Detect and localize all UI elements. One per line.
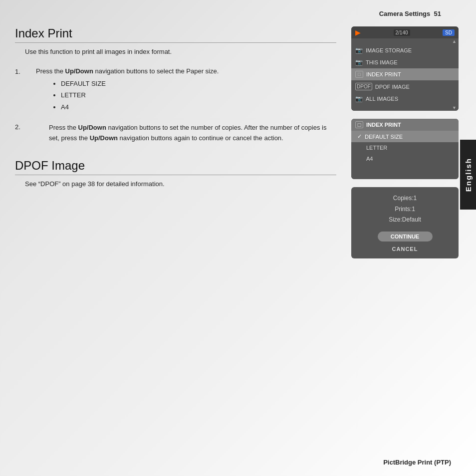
submenu-default-size[interactable]: ✓ DEFAULT SIZE (351, 131, 459, 142)
panel3-info: Copies:1 Prints:1 Size:Default (351, 187, 459, 230)
camera-panel-copies: Copies:1 Prints:1 Size:Default CONTINUE … (351, 187, 459, 258)
footer: PictBridge Print (PTP) (383, 459, 451, 466)
index-print-title: Index Print (15, 26, 336, 43)
index-print-desc: Use this function to print all images in… (25, 48, 336, 55)
storage-icon: 📷 (355, 47, 363, 54)
panel1-count: 2/140 (394, 29, 410, 36)
step1-number: 1. (15, 67, 27, 113)
step2-bold1: Up/Down (78, 124, 106, 131)
page: English Camera Settings 51 Index Print U… (0, 0, 476, 476)
menu-item-dpof[interactable]: DPOF DPOF IMAGE (351, 80, 459, 93)
submenu-label-letter: LETTER (357, 145, 387, 151)
panel2-header: □ INDEX PRINT (351, 119, 459, 131)
size-line: Size:Default (359, 215, 451, 226)
step1-options-list: DEFAULT SIZE LETTER A4 (61, 78, 336, 113)
submenu-letter[interactable]: LETTER (351, 142, 459, 153)
step1-text-before: Press the (36, 67, 65, 75)
main-content: Camera Settings 51 Index Print Use this … (0, 0, 476, 476)
camera-panel-index-print: □ INDEX PRINT ✓ DEFAULT SIZE LETTER A4 (351, 119, 459, 179)
right-column: ▶ 2/140 SD ▲ 📷 IMAGE STORAGE 📷 THIS IMAG… (351, 26, 461, 258)
footer-label: PictBridge Print (PTP) (383, 459, 451, 466)
list-item-default: DEFAULT SIZE (61, 78, 336, 89)
panel2-title: INDEX PRINT (366, 122, 401, 128)
menu-label-index-print: INDEX PRINT (366, 71, 401, 77)
menu-item-all-images[interactable]: 📷 ALL IMAGES (351, 93, 459, 105)
content-area: Index Print Use this function to print a… (15, 26, 461, 258)
step2-row: 2. Press the Up/Down navigation buttons … (15, 123, 336, 144)
step2-text3: navigation buttons again to continue or … (118, 134, 283, 142)
this-image-icon: 📷 (355, 59, 363, 66)
english-tab-label: English (464, 158, 473, 192)
step2-text1: Press the (49, 124, 78, 131)
header-title: Camera Settings (379, 10, 431, 17)
english-tab: English (460, 140, 476, 210)
list-item-a4: A4 (61, 101, 336, 113)
dpof-icon: DPOF (355, 83, 372, 90)
scroll-down-arrow: ▼ (351, 105, 459, 111)
menu-item-index-print[interactable]: □ INDEX PRINT (351, 68, 459, 80)
menu-item-this-image[interactable]: 📷 THIS IMAGE (351, 56, 459, 68)
submenu-a4[interactable]: A4 (351, 153, 459, 164)
submenu-label-a4: A4 (357, 156, 373, 162)
header-page: 51 (434, 10, 441, 17)
step1-bold: Up/Down (65, 67, 93, 75)
step2-number: 2. (15, 123, 27, 144)
step1-content: Press the Up/Down navigation buttons to … (31, 67, 336, 113)
index-print-section: Index Print Use this function to print a… (15, 26, 336, 144)
copies-line: Copies:1 (359, 193, 451, 204)
prints-line: Prints:1 (359, 204, 451, 215)
step1-row: 1. Press the Up/Down navigation buttons … (15, 67, 336, 113)
dpof-title: DPOF Image (15, 159, 336, 175)
page-header: Camera Settings 51 (15, 10, 461, 17)
scroll-up-arrow: ▲ (351, 38, 459, 44)
menu-item-image-storage[interactable]: 📷 IMAGE STORAGE (351, 44, 459, 56)
dpof-desc: See “DPOF” on page 38 for detailed infor… (25, 180, 336, 188)
step1-text: Press the Up/Down navigation buttons to … (36, 67, 336, 75)
camera-panel-menu: ▶ 2/140 SD ▲ 📷 IMAGE STORAGE 📷 THIS IMAG… (351, 26, 459, 111)
all-images-icon: 📷 (355, 95, 363, 102)
step2-text: Press the Up/Down navigation buttons to … (49, 123, 336, 144)
menu-label-all-images: ALL IMAGES (366, 96, 398, 102)
menu-label-dpof: DPOF IMAGE (375, 84, 410, 90)
panel1-sd: SD (443, 29, 455, 36)
index-print-header-icon: □ (355, 121, 363, 128)
dpof-section: DPOF Image See “DPOF” on page 38 for det… (15, 159, 336, 188)
check-icon: ✓ (357, 133, 362, 140)
submenu-label-default: DEFAULT SIZE (365, 134, 403, 140)
index-print-icon: □ (355, 71, 363, 78)
list-item-letter: LETTER (61, 89, 336, 101)
cancel-button[interactable]: CANCEL (351, 243, 459, 254)
camera-icon: ▶ (355, 28, 361, 36)
left-column: Index Print Use this function to print a… (15, 26, 341, 258)
menu-label-this-image: THIS IMAGE (366, 59, 398, 65)
continue-button[interactable]: CONTINUE (378, 232, 433, 241)
step1-text-after: navigation buttons to select the Paper s… (93, 67, 219, 75)
step2-content: Press the Up/Down navigation buttons to … (31, 123, 336, 144)
panel1-header: ▶ 2/140 SD (351, 26, 459, 38)
step2-bold2: Up/Down (90, 134, 118, 142)
menu-label-image-storage: IMAGE STORAGE (366, 47, 412, 53)
